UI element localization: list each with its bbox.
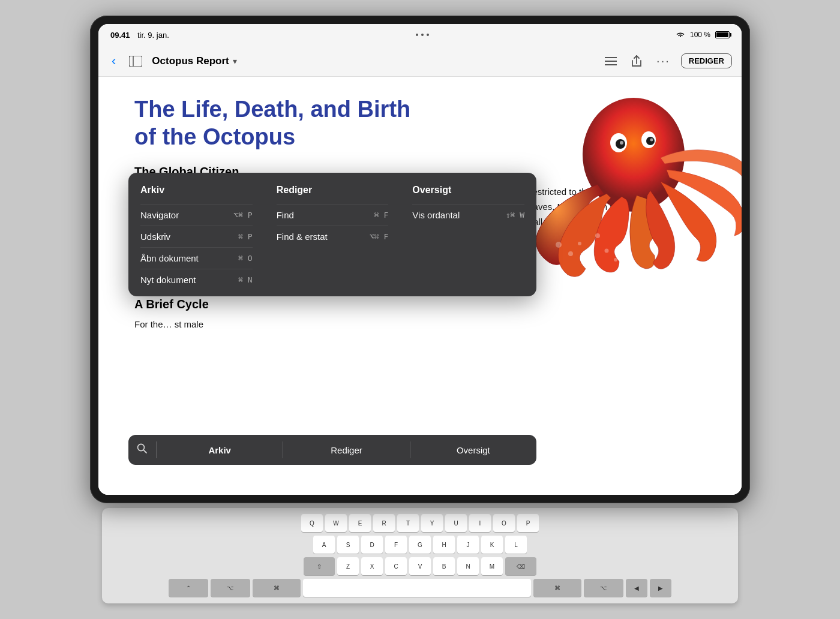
- key-k[interactable]: K: [481, 536, 503, 554]
- key-w[interactable]: W: [325, 514, 347, 532]
- arkiv-header: Arkiv: [140, 185, 253, 196]
- key-m[interactable]: M: [481, 557, 503, 575]
- rediger-header: Rediger: [277, 185, 389, 196]
- doc-title-wrapper[interactable]: Octopus Report ▾: [152, 55, 236, 67]
- key-space[interactable]: [303, 579, 531, 597]
- keyboard-row-2: A S D F G H J K L: [107, 536, 733, 554]
- key-e[interactable]: E: [349, 514, 371, 532]
- octopus-illustration: [502, 89, 742, 281]
- key-y[interactable]: Y: [421, 514, 443, 532]
- battery-icon: [715, 31, 730, 38]
- ipad-screen: 09.41 tir. 9. jan. 100 %: [98, 24, 742, 495]
- back-button[interactable]: ‹: [108, 50, 119, 73]
- ipad-frame: 09.41 tir. 9. jan. 100 %: [90, 16, 750, 503]
- key-ctrl[interactable]: ⌃: [169, 579, 208, 597]
- key-cmd-right[interactable]: ⌘: [533, 579, 581, 597]
- section-3-heading: A Brief Cycle: [134, 298, 706, 311]
- dot3: [427, 34, 429, 36]
- key-r[interactable]: R: [373, 514, 395, 532]
- abn-shortcut: ⌘ O: [238, 254, 252, 263]
- bottom-tab-rediger[interactable]: Rediger: [283, 439, 409, 461]
- menu-item-find[interactable]: Find ⌘ F: [277, 204, 389, 226]
- menu-columns: Arkiv Navigator ⌥⌘ P Udskriv ⌘ P: [128, 185, 536, 290]
- menu-item-nyt[interactable]: Nyt dokument ⌘ N: [140, 269, 253, 290]
- section-3-body: For the… st male: [134, 317, 488, 332]
- svg-point-15: [595, 233, 600, 238]
- magnifier-icon: [137, 443, 148, 454]
- menu-column-oversigt: Oversigt Vis ordantal ⇧⌘ W: [400, 185, 536, 290]
- search-icon[interactable]: [128, 443, 156, 457]
- keyboard-row-1: Q W E R T Y U I O P: [107, 514, 733, 532]
- key-cmd-left[interactable]: ⌘: [253, 579, 301, 597]
- key-d[interactable]: D: [361, 536, 383, 554]
- chevron-down-icon: ▾: [233, 56, 237, 66]
- key-z[interactable]: Z: [337, 557, 359, 575]
- key-left[interactable]: ◀: [626, 579, 647, 597]
- abn-label: Åbn dokument: [140, 253, 199, 263]
- key-v[interactable]: V: [409, 557, 431, 575]
- key-right[interactable]: ▶: [650, 579, 671, 597]
- key-q[interactable]: Q: [301, 514, 323, 532]
- list-button[interactable]: [601, 52, 620, 70]
- key-alt[interactable]: ⌥: [211, 579, 250, 597]
- status-date: tir. 9. jan.: [137, 31, 169, 40]
- key-n[interactable]: N: [457, 557, 479, 575]
- key-f[interactable]: F: [385, 536, 407, 554]
- key-b[interactable]: B: [433, 557, 455, 575]
- doc-content: The Life, Death, and Birth of the Octopu…: [98, 77, 742, 495]
- svg-point-13: [568, 251, 573, 256]
- bottom-menu-bar[interactable]: Arkiv Rediger Oversigt: [128, 435, 536, 465]
- key-alt-right[interactable]: ⌥: [584, 579, 623, 597]
- status-bar: 09.41 tir. 9. jan. 100 %: [98, 24, 742, 46]
- svg-point-16: [605, 249, 609, 253]
- key-s[interactable]: S: [337, 536, 359, 554]
- wifi-icon: [676, 31, 685, 38]
- more-button[interactable]: ···: [653, 50, 674, 71]
- keyboard: Q W E R T Y U I O P A S D F G H J K L ⇧ …: [102, 508, 738, 603]
- vis-ordantal-shortcut: ⇧⌘ W: [506, 211, 524, 220]
- section-3: A Brief Cycle For the… st male: [134, 298, 706, 332]
- status-bar-center: [416, 34, 429, 36]
- menu-item-udskriv[interactable]: Udskriv ⌘ P: [140, 226, 253, 247]
- key-c[interactable]: C: [385, 557, 407, 575]
- key-g[interactable]: G: [409, 536, 431, 554]
- keyboard-row-3: ⇧ Z X C V B N M ⌫: [107, 557, 733, 575]
- rediger-button[interactable]: REDIGER: [681, 53, 732, 68]
- battery-fill: [716, 32, 728, 37]
- dropdown-menu[interactable]: Arkiv Navigator ⌥⌘ P Udskriv ⌘ P: [128, 173, 536, 296]
- udskriv-label: Udskriv: [140, 232, 170, 242]
- toolbar-left: ‹ Octopus Report ▾: [108, 50, 595, 73]
- menu-column-arkiv: Arkiv Navigator ⌥⌘ P Udskriv ⌘ P: [128, 185, 265, 290]
- document-title: The Life, Death, and Birth of the Octopu…: [134, 96, 431, 151]
- bottom-tab-arkiv[interactable]: Arkiv: [157, 439, 283, 461]
- key-backspace[interactable]: ⌫: [505, 557, 536, 575]
- status-bar-right: 100 %: [676, 31, 730, 39]
- key-i[interactable]: I: [469, 514, 491, 532]
- menu-item-abn[interactable]: Åbn dokument ⌘ O: [140, 247, 253, 269]
- sidebar-button[interactable]: [125, 52, 146, 70]
- share-button[interactable]: [628, 52, 646, 71]
- bottom-tab-oversigt[interactable]: Oversigt: [410, 439, 536, 461]
- key-shift[interactable]: ⇧: [304, 557, 335, 575]
- menu-item-navigator[interactable]: Navigator ⌥⌘ P: [140, 204, 253, 226]
- key-x[interactable]: X: [361, 557, 383, 575]
- key-t[interactable]: T: [397, 514, 419, 532]
- key-p[interactable]: P: [517, 514, 539, 532]
- key-j[interactable]: J: [457, 536, 479, 554]
- key-a[interactable]: A: [313, 536, 335, 554]
- toolbar-right: ··· REDIGER: [601, 50, 732, 71]
- key-o[interactable]: O: [493, 514, 515, 532]
- list-icon: [605, 56, 617, 67]
- key-l[interactable]: L: [505, 536, 527, 554]
- status-time: 09.41: [110, 31, 130, 40]
- menu-item-find-erstat[interactable]: Find & erstat ⌥⌘ F: [277, 226, 389, 247]
- find-erstat-shortcut: ⌥⌘ F: [370, 232, 388, 241]
- device-wrapper: 09.41 tir. 9. jan. 100 %: [72, 16, 768, 603]
- key-h[interactable]: H: [433, 536, 455, 554]
- key-u[interactable]: U: [445, 514, 467, 532]
- find-erstat-label: Find & erstat: [277, 232, 328, 242]
- menu-column-rediger: Rediger Find ⌘ F Find & erstat ⌥⌘ F: [265, 185, 401, 290]
- menu-item-vis-ordantal[interactable]: Vis ordantal ⇧⌘ W: [412, 204, 524, 226]
- svg-line-19: [143, 450, 146, 453]
- dot2: [421, 34, 424, 36]
